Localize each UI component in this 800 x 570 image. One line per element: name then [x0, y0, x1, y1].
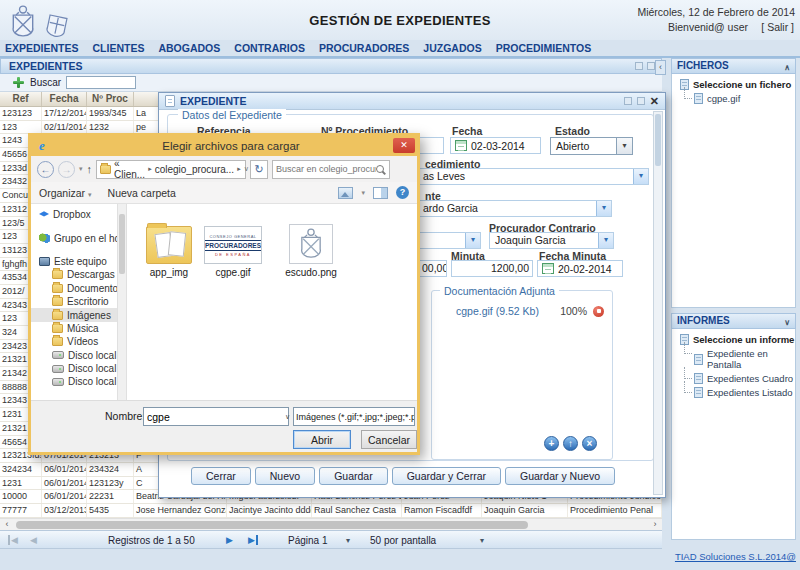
collapse-up-icon[interactable]: ∧: [784, 61, 790, 75]
tree-item-cgpe-gif[interactable]: cgpe.gif: [672, 92, 795, 106]
pagination-pagesize-label[interactable]: 50 por pantalla: [370, 535, 436, 546]
button-cerrar[interactable]: Cerrar: [191, 467, 251, 485]
expediente-window-titlebar[interactable]: EXPEDIENTE ✕: [159, 93, 665, 110]
column-header[interactable]: Nº Proc: [87, 92, 134, 106]
dialog-sidebar-item-documentos[interactable]: Documentos: [31, 282, 117, 295]
refresh-icon[interactable]: ↻: [250, 160, 268, 179]
sidebar-scrollbar[interactable]: [117, 204, 127, 400]
dialog-sidebar-item-im-genes[interactable]: Imágenes: [31, 308, 117, 321]
minuta-input[interactable]: 1200,00: [451, 260, 533, 277]
dialog-sidebar-item-este-equipo[interactable]: Este equipo: [31, 255, 117, 268]
scroll-right-arrow-icon[interactable]: ›: [648, 519, 662, 530]
dialog-sidebar-item-disco-local-e[interactable]: Disco local (E:): [31, 375, 117, 388]
dialog-sidebar-item-disco-local-d[interactable]: Disco local (D:): [31, 362, 117, 375]
chevron-down-icon[interactable]: ▾: [465, 233, 480, 248]
fecha-minuta-field[interactable]: 20-02-2014: [537, 260, 623, 277]
chevron-down-icon[interactable]: ▾: [596, 201, 611, 216]
pagination-first-button[interactable]: ◀: [8, 535, 18, 545]
chevron-down-icon[interactable]: ∨: [285, 413, 293, 421]
column-header[interactable]: Ref: [0, 92, 42, 106]
preview-pane-icon[interactable]: [373, 187, 388, 199]
minimize-icon[interactable]: [624, 97, 632, 105]
menu-item-contrarios[interactable]: CONTRARIOS: [234, 42, 305, 56]
scrollbar-thumb[interactable]: [16, 521, 528, 529]
tipo-procedimiento-select[interactable]: as Leves ▾: [417, 168, 649, 185]
view-chevron-icon[interactable]: ▾: [361, 189, 365, 197]
chevron-down-icon[interactable]: ▾: [616, 138, 632, 154]
dialog-sidebar-item-m-sica[interactable]: Música: [31, 322, 117, 335]
button-guardar-y-cerrar[interactable]: Guardar y Cerrar: [392, 467, 501, 485]
forward-arrow-icon[interactable]: →: [58, 161, 75, 178]
back-arrow-icon[interactable]: ←: [37, 161, 54, 178]
add-attachment-icon[interactable]: +: [544, 436, 559, 451]
page-select-chevron-icon[interactable]: ▾: [346, 536, 350, 545]
pagination-page-label[interactable]: Página 1: [288, 535, 327, 546]
breadcrumb-item[interactable]: « Clien...: [114, 158, 145, 180]
maximize-icon[interactable]: [637, 97, 645, 105]
vendor-link[interactable]: TIAD Soluciones S.L.2014@: [675, 551, 796, 562]
help-icon[interactable]: ?: [396, 186, 409, 199]
dialog-sidebar-item-descargas[interactable]: Descargas: [31, 268, 117, 281]
collapse-down-icon[interactable]: ∨: [784, 316, 790, 330]
importe-input[interactable]: 00,00: [417, 260, 447, 277]
attached-file-name[interactable]: cgpe.gif (9.52 Kb): [456, 305, 539, 317]
pagination-next-button[interactable]: ▶: [226, 535, 233, 545]
view-thumbnails-icon[interactable]: [338, 187, 353, 199]
cancel-upload-icon[interactable]: [593, 306, 604, 317]
calendar-icon[interactable]: [542, 263, 554, 274]
dialog-sidebar-item-escritorio[interactable]: Escritorio: [31, 295, 117, 308]
scrollbar-thumb[interactable]: [119, 214, 125, 274]
remove-attachment-icon[interactable]: ×: [582, 436, 597, 451]
cliente-select[interactable]: ardo Garcia ▾: [417, 200, 612, 217]
close-icon[interactable]: ✕: [393, 138, 415, 153]
dialog-search-box[interactable]: [272, 160, 390, 179]
add-record-icon[interactable]: [13, 77, 24, 88]
dialog-sidebar-item-dropbox[interactable]: Dropbox: [31, 208, 117, 221]
horizontal-scrollbar[interactable]: ‹ ›: [0, 518, 662, 530]
up-folder-icon[interactable]: ↑: [87, 163, 93, 175]
dialog-sidebar-item-grupo-en-el-hogar[interactable]: Grupo en el hogar: [31, 231, 117, 244]
crumb-separator-icon[interactable]: ▸: [148, 165, 152, 173]
panel-control-icon[interactable]: [647, 62, 655, 70]
chevron-down-icon[interactable]: ▾: [633, 169, 648, 184]
dialog-sidebar-item-v-deos[interactable]: Vídeos: [31, 335, 117, 348]
search-icon[interactable]: [376, 165, 384, 173]
panel-control-icon[interactable]: [635, 62, 643, 70]
dialog-sidebar-item-disco-local-c[interactable]: Disco local (C:): [31, 349, 117, 362]
table-row[interactable]: 7777703/12/20135435Jose Hernandez Gonzal…: [0, 504, 662, 518]
search-input[interactable]: [66, 76, 136, 89]
filetype-select[interactable]: Imágenes (*.gif;*.jpg;*.jpeg;*.pr ∨: [293, 407, 415, 426]
filename-input[interactable]: [144, 411, 285, 423]
chevron-down-icon[interactable]: ▾: [598, 233, 613, 248]
open-button[interactable]: Abrir: [293, 430, 351, 449]
calendar-icon[interactable]: [455, 140, 467, 151]
ficheros-panel-header[interactable]: FICHEROS ∧: [671, 58, 796, 74]
informes-panel-header[interactable]: INFORMES ∨: [671, 313, 796, 329]
estado-select[interactable]: Abierto ▾: [550, 137, 633, 155]
pagination-prev-button[interactable]: ◀: [30, 535, 37, 545]
menu-item-clientes[interactable]: CLIENTES: [93, 42, 145, 56]
file-item-app-img[interactable]: app_img: [137, 212, 201, 278]
pagination-last-button[interactable]: ▶: [248, 535, 258, 545]
scroll-left-arrow-icon[interactable]: ‹: [0, 519, 14, 530]
file-item-escudo-png[interactable]: escudo.png: [279, 212, 343, 278]
scrollbar-thumb[interactable]: [655, 114, 661, 166]
contrario-select[interactable]: ▾: [417, 232, 481, 249]
upload-attachment-icon[interactable]: ↑: [563, 436, 578, 451]
menu-item-juzgados[interactable]: JUZGADOS: [423, 42, 481, 56]
cancel-button[interactable]: Cancelar: [361, 430, 417, 449]
organize-menu[interactable]: Organizar ▾: [39, 187, 92, 199]
button-nuevo[interactable]: Nuevo: [255, 467, 315, 485]
column-header[interactable]: Fecha: [42, 92, 87, 106]
history-chevron-icon[interactable]: ▾: [79, 165, 83, 173]
address-chevron-icon[interactable]: ∨: [244, 165, 249, 173]
filename-combobox[interactable]: ∨: [143, 407, 289, 426]
button-guardar-y-nuevo[interactable]: Guardar y Nuevo: [505, 467, 615, 485]
dialog-search-input[interactable]: [276, 164, 376, 174]
close-icon[interactable]: ✕: [650, 96, 659, 107]
pagesize-select-chevron-icon[interactable]: ▾: [480, 536, 484, 545]
tree-item-expedientes-listado[interactable]: Expedientes Listado: [672, 386, 795, 400]
menu-item-procedimientos[interactable]: PROCEDIMIENTOS: [496, 42, 591, 56]
fecha-field[interactable]: 02-03-2014: [450, 137, 541, 154]
crumb-separator-icon[interactable]: ▸: [237, 165, 241, 173]
